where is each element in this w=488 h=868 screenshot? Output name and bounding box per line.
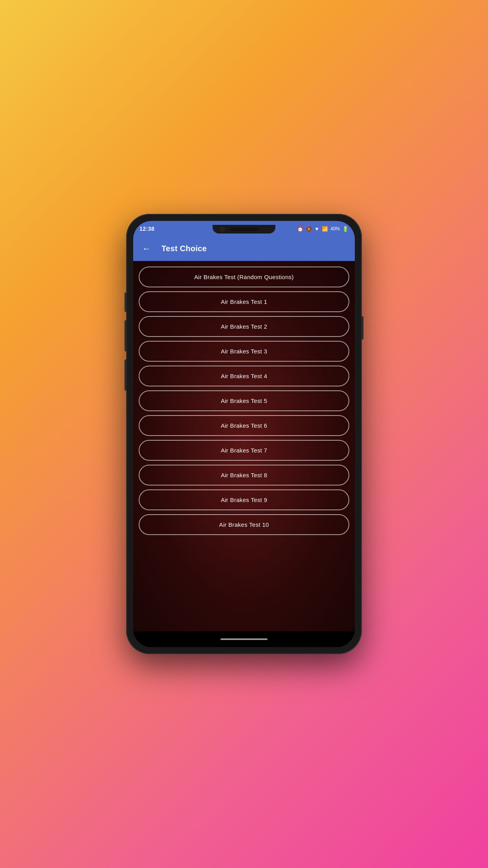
test-button-10[interactable]: Air Brakes Test 10 bbox=[139, 514, 349, 535]
mute-button bbox=[125, 292, 127, 312]
front-camera bbox=[220, 226, 225, 232]
phone-device: 12:38 🖼 🅿 ⏰ 🔕 ▼ 📶 40% 🔋 ← Test Choice Ai… bbox=[126, 214, 362, 654]
test-button-8[interactable]: Air Brakes Test 8 bbox=[139, 465, 349, 485]
test-list: Air Brakes Test (Random Questions)Air Br… bbox=[133, 261, 355, 631]
volume-down-button bbox=[125, 359, 127, 391]
test-button-2[interactable]: Air Brakes Test 2 bbox=[139, 316, 349, 337]
volume-up-button bbox=[125, 320, 127, 351]
battery-percent: 40% bbox=[330, 226, 340, 232]
phone-notch bbox=[213, 225, 275, 234]
test-button-6[interactable]: Air Brakes Test 6 bbox=[139, 415, 349, 436]
test-button-0[interactable]: Air Brakes Test (Random Questions) bbox=[139, 267, 349, 287]
signal-icon: 📶 bbox=[322, 226, 328, 232]
phone-screen: 12:38 🖼 🅿 ⏰ 🔕 ▼ 📶 40% 🔋 ← Test Choice Ai… bbox=[133, 221, 355, 647]
status-time: 12:38 bbox=[139, 226, 154, 232]
test-button-4[interactable]: Air Brakes Test 4 bbox=[139, 366, 349, 386]
bottom-nav-bar bbox=[133, 631, 355, 647]
test-button-5[interactable]: Air Brakes Test 5 bbox=[139, 390, 349, 411]
nav-indicator bbox=[220, 638, 268, 640]
test-button-9[interactable]: Air Brakes Test 9 bbox=[139, 489, 349, 510]
app-bar: ← Test Choice bbox=[133, 237, 355, 261]
battery-icon: 🔋 bbox=[342, 226, 349, 232]
earpiece-speaker bbox=[230, 228, 258, 231]
system-icons: ⏰ 🔕 ▼ 📶 40% 🔋 bbox=[297, 226, 349, 232]
test-button-1[interactable]: Air Brakes Test 1 bbox=[139, 291, 349, 312]
test-button-7[interactable]: Air Brakes Test 7 bbox=[139, 440, 349, 461]
mute-icon: 🔕 bbox=[306, 226, 312, 232]
test-button-3[interactable]: Air Brakes Test 3 bbox=[139, 341, 349, 362]
app-bar-title: Test Choice bbox=[161, 244, 207, 253]
wifi-icon: ▼ bbox=[314, 226, 319, 232]
power-button bbox=[361, 316, 363, 340]
alarm-icon: ⏰ bbox=[297, 226, 303, 232]
back-button[interactable]: ← bbox=[139, 242, 154, 256]
